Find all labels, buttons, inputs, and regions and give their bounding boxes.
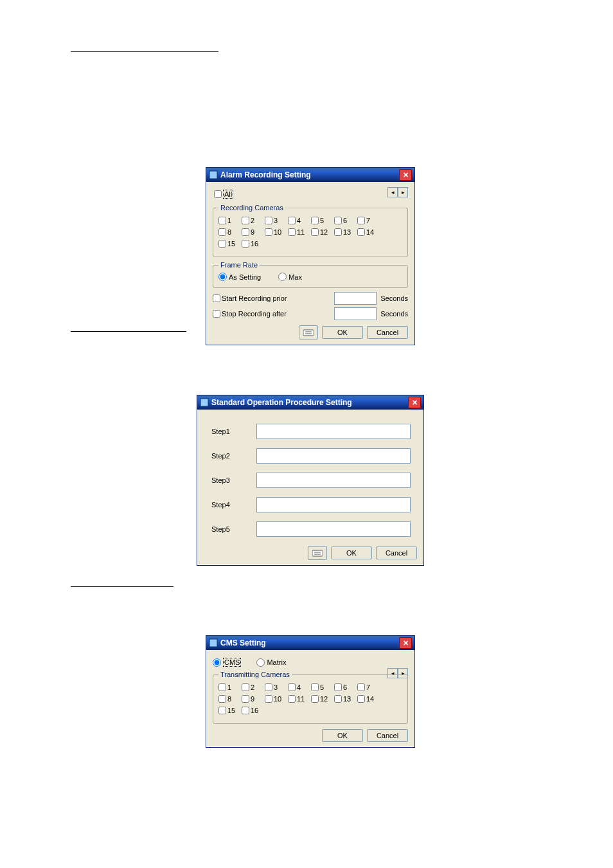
camera-checkbox-16[interactable]: 16 [242, 240, 265, 248]
recording-cameras-group: Recording Cameras 1234567891011121314151… [213, 204, 408, 257]
stop-recording-after-checkbox[interactable]: Stop Recording after [213, 310, 303, 318]
camera-label: 8 [227, 695, 231, 703]
ok-button[interactable]: OK [331, 547, 372, 559]
camera-checkbox-2[interactable]: 2 [242, 217, 265, 224]
dialog-title: CMS Setting [220, 636, 266, 650]
frame-rate-group: Frame Rate As Setting Max [213, 261, 408, 288]
camera-checkbox-1[interactable]: 1 [218, 683, 242, 691]
ok-button[interactable]: OK [322, 729, 363, 742]
onscreen-keyboard-button[interactable] [308, 546, 327, 560]
camera-checkbox-5[interactable]: 5 [311, 217, 334, 224]
camera-checkbox-14[interactable]: 14 [357, 695, 380, 703]
camera-checkbox-10[interactable]: 10 [265, 695, 288, 703]
transmitting-cameras-group: Transmitting Cameras 1234567891011121314… [213, 671, 408, 724]
as-setting-label: As Setting [229, 273, 261, 281]
matrix-radio[interactable]: Matrix [256, 658, 286, 667]
stop-recording-after-input[interactable] [334, 307, 377, 320]
camera-checkbox-6[interactable]: 6 [334, 683, 357, 691]
camera-checkbox-3[interactable]: 3 [265, 683, 288, 691]
matrix-radio-label: Matrix [267, 658, 286, 666]
camera-label: 5 [320, 217, 324, 224]
camera-checkbox-5[interactable]: 5 [311, 683, 334, 691]
camera-checkbox-15[interactable]: 15 [218, 707, 242, 714]
onscreen-keyboard-button[interactable] [299, 325, 318, 339]
dialog-title: Standard Operation Procedure Setting [211, 395, 352, 410]
all-checkbox-label: All [223, 190, 233, 199]
camera-checkbox-12[interactable]: 12 [311, 228, 334, 236]
camera-checkbox-7[interactable]: 7 [357, 683, 380, 691]
section-heading-3 [71, 585, 173, 587]
sop-step-input-2[interactable] [256, 448, 411, 464]
camera-label: 2 [251, 217, 254, 224]
camera-checkbox-16[interactable]: 16 [242, 707, 265, 714]
camera-checkbox-13[interactable]: 13 [334, 228, 357, 236]
cms-radio-label: CMS [223, 658, 241, 667]
frame-rate-legend: Frame Rate [218, 261, 260, 269]
camera-label: 1 [227, 217, 231, 224]
prev-page-arrow[interactable]: ◂ [387, 187, 398, 197]
sop-step-input-3[interactable] [256, 473, 411, 488]
camera-checkbox-1[interactable]: 1 [218, 217, 242, 224]
sop-step-row-1: Step1 [204, 424, 417, 439]
camera-checkbox-15[interactable]: 15 [218, 240, 242, 248]
svg-rect-5 [312, 550, 323, 556]
camera-label: 10 [274, 695, 281, 703]
camera-checkbox-3[interactable]: 3 [265, 217, 288, 224]
camera-checkbox-10[interactable]: 10 [265, 228, 288, 236]
camera-checkbox-8[interactable]: 8 [218, 695, 242, 703]
camera-checkbox-9[interactable]: 9 [242, 228, 265, 236]
alarm-recording-dialog: Alarm Recording Setting ✕ All ◂ ▸ Record… [206, 167, 415, 345]
sop-step-row-4: Step4 [204, 497, 417, 512]
camera-label: 14 [366, 695, 374, 703]
camera-checkbox-12[interactable]: 12 [311, 695, 334, 703]
section-heading-1 [71, 50, 218, 52]
sop-step-input-4[interactable] [256, 497, 411, 512]
dialog-title: Alarm Recording Setting [220, 168, 311, 182]
cancel-button[interactable]: Cancel [367, 326, 408, 339]
all-checkbox[interactable]: All [214, 190, 233, 199]
cancel-button[interactable]: Cancel [376, 547, 417, 559]
close-button[interactable]: ✕ [399, 169, 412, 181]
sop-step-row-2: Step2 [204, 448, 417, 464]
camera-checkbox-8[interactable]: 8 [218, 228, 242, 236]
camera-label: 14 [366, 228, 374, 236]
start-recording-prior-checkbox[interactable]: Start Recording prior [213, 294, 303, 302]
app-icon [200, 398, 209, 407]
svg-rect-4 [200, 399, 208, 406]
close-button[interactable]: ✕ [408, 397, 421, 408]
start-recording-prior-input[interactable] [334, 292, 377, 305]
camera-checkbox-4[interactable]: 4 [288, 683, 311, 691]
camera-checkbox-4[interactable]: 4 [288, 217, 311, 224]
camera-checkbox-14[interactable]: 14 [357, 228, 380, 236]
camera-label: 13 [343, 695, 351, 703]
camera-checkbox-6[interactable]: 6 [334, 217, 357, 224]
max-radio[interactable]: Max [278, 273, 302, 281]
camera-label: 12 [320, 228, 328, 236]
stop-recording-after-label: Stop Recording after [222, 310, 287, 318]
svg-rect-1 [303, 330, 314, 336]
app-icon [209, 638, 218, 647]
sop-step-row-3: Step3 [204, 473, 417, 488]
camera-label: 11 [297, 695, 305, 703]
camera-checkbox-7[interactable]: 7 [357, 217, 380, 224]
sop-step-input-5[interactable] [256, 521, 411, 537]
camera-checkbox-9[interactable]: 9 [242, 695, 265, 703]
titlebar: CMS Setting ✕ [206, 636, 414, 650]
close-button[interactable]: ✕ [399, 637, 412, 649]
ok-button[interactable]: OK [322, 326, 363, 339]
sop-step-input-1[interactable] [256, 424, 411, 439]
titlebar: Standard Operation Procedure Setting ✕ [197, 395, 423, 410]
recording-cameras-legend: Recording Cameras [218, 204, 285, 212]
cms-radio[interactable]: CMS [213, 658, 241, 667]
camera-checkbox-2[interactable]: 2 [242, 683, 265, 691]
camera-checkbox-13[interactable]: 13 [334, 695, 357, 703]
camera-checkbox-11[interactable]: 11 [288, 695, 311, 703]
cancel-button[interactable]: Cancel [367, 729, 408, 742]
next-page-arrow[interactable]: ▸ [398, 187, 408, 197]
camera-label: 11 [297, 228, 305, 236]
camera-checkbox-11[interactable]: 11 [288, 228, 311, 236]
sop-step-label: Step3 [204, 476, 256, 484]
as-setting-radio[interactable]: As Setting [218, 273, 261, 281]
camera-label: 5 [320, 683, 324, 691]
camera-label: 2 [251, 683, 254, 691]
